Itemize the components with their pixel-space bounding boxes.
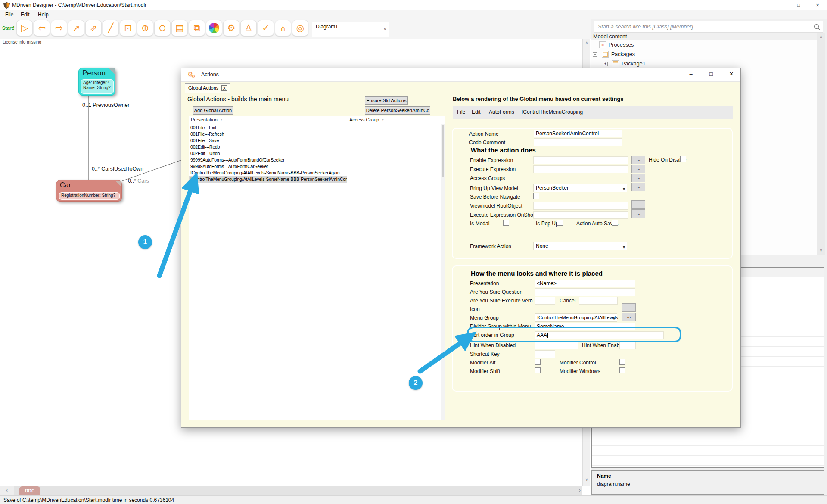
back-arrow-icon[interactable]: ⇦ (34, 20, 50, 36)
icon-ellipsis-button[interactable]: ... (622, 303, 636, 312)
execute-expression-onshow-input[interactable] (533, 211, 628, 219)
viewmodel-rootobject-input[interactable] (533, 202, 628, 210)
list-item[interactable]: 002Edit---Undo (189, 150, 347, 157)
dialog-close-button[interactable]: ✕ (725, 71, 738, 77)
are-you-sure-execute-verb-input[interactable] (535, 297, 555, 305)
enable-expression-ellipsis-button[interactable]: ... (631, 156, 645, 164)
start-button[interactable]: Start! (2, 25, 15, 31)
list-item[interactable]: 99999AutoForms---AutoFormBrandOfCarSeeke… (189, 157, 347, 163)
role-label-carsiusedtoown[interactable]: 0..* CarsIUsedToOwn (92, 166, 143, 172)
color-wheel-icon[interactable] (206, 20, 222, 36)
diagram-selector[interactable]: Diagram1 ˅ (312, 22, 389, 37)
scroll-up-icon[interactable]: ∧ (817, 34, 825, 39)
attribute-age[interactable]: Age: Integer? (81, 80, 113, 85)
zoom-out-icon[interactable]: ⊖ (154, 20, 171, 36)
window-close-button[interactable]: ✕ (808, 0, 827, 10)
prototype-run-icon[interactable]: ⧉ (189, 20, 205, 36)
viewmodel-pick-icon[interactable]: ⊡ (120, 20, 136, 36)
hint-when-disabled-input[interactable] (535, 342, 578, 349)
list-item[interactable]: 001File---Save (189, 137, 347, 144)
expand-expander-icon[interactable]: + (603, 62, 608, 66)
list-scrollbar-thumb[interactable] (442, 125, 444, 177)
modifier-alt-checkbox[interactable] (535, 359, 541, 365)
pattern-nodes-icon[interactable]: ⋔ (275, 20, 291, 36)
is-modal-checkbox[interactable] (503, 220, 509, 226)
filter-icon[interactable]: ▼ (382, 118, 384, 121)
scroll-right-icon[interactable]: › (579, 486, 581, 495)
hint-when-enabled-input[interactable] (619, 342, 636, 349)
draw-association-icon[interactable]: ⇗ (85, 20, 102, 36)
dialog-minimize-button[interactable]: – (684, 71, 697, 77)
menu-group-select[interactable]: IControlTheMenuGrouping/AtAllLevels ▾ (535, 313, 617, 322)
list-item[interactable]: 002Edit---Redo (189, 144, 347, 150)
viewmodel-rootobject-ellipsis-button[interactable]: ... (631, 200, 645, 209)
name-property-value[interactable]: diagram.name (597, 481, 630, 487)
sync-target-icon[interactable]: ◎ (292, 20, 308, 36)
zoom-in-icon[interactable]: ⊕ (137, 20, 153, 36)
list-item[interactable]: 001File---Exit (189, 124, 347, 131)
forward-arrow-icon[interactable]: ⇨ (51, 20, 67, 36)
access-user-icon[interactable]: ♙ (240, 20, 257, 36)
presentation-input[interactable]: <Name> (535, 280, 635, 287)
enable-expression-input[interactable] (533, 156, 628, 164)
modifier-control-checkbox[interactable] (619, 359, 625, 365)
menu-group-ellipsis-button[interactable]: ... (622, 313, 636, 321)
attribute-registrationnumber[interactable]: RegistrationNumber: String? (59, 193, 119, 198)
tab-close-icon[interactable]: X (221, 85, 227, 91)
delete-action-button[interactable]: Delete PersonSeekerIAmInCc (365, 106, 430, 115)
preview-menu-edit[interactable]: Edit (472, 109, 481, 115)
class-box-car[interactable]: Car RegistrationNumber: String? (56, 180, 122, 202)
is-pop-up-checkbox[interactable] (557, 220, 563, 226)
column-presentation[interactable]: Presentation (191, 117, 218, 122)
access-groups-ellipsis-button[interactable]: ... (631, 174, 645, 182)
scroll-left-icon[interactable]: ‹ (0, 486, 14, 495)
settings-gears-icon[interactable]: ⚙ (223, 20, 239, 36)
preview-menu-icontrolthemenugrouping[interactable]: IControlTheMenuGrouping (522, 109, 583, 115)
attribute-name[interactable]: Name: String? (81, 85, 113, 90)
canvas-horizontal-scrollbar[interactable]: ‹ DOC › (0, 486, 582, 495)
class-box-person[interactable]: Person Age: Integer? Name: String? (78, 68, 115, 96)
collapse-expander-icon[interactable]: − (593, 52, 597, 57)
list-scrollbar[interactable] (441, 124, 445, 420)
ensure-std-actions-button[interactable]: Ensure Std Actions (365, 96, 408, 105)
hide-on-disable-checkbox[interactable] (680, 156, 686, 162)
execute-expression-onshow-ellipsis-button[interactable]: ... (631, 209, 645, 218)
panel-vertical-scrollbar[interactable]: ∧ ∨ (817, 33, 825, 255)
column-access-group[interactable]: Access Group (349, 117, 379, 122)
cancel-verb-input[interactable] (579, 297, 618, 305)
dialog-maximize-button[interactable]: □ (705, 71, 718, 77)
execute-expression-input[interactable] (533, 165, 628, 173)
preview-menu-autoforms[interactable]: AutoForms (489, 109, 514, 115)
list-item-selected[interactable]: IControlTheMenuGrouping/AtAllLevels-Some… (189, 176, 347, 183)
modifier-shift-checkbox[interactable] (535, 367, 541, 373)
menu-edit[interactable]: Edit (21, 12, 30, 18)
bring-up-view-model-select[interactable]: PersonSeeker ▾ (533, 184, 627, 192)
doc-tab[interactable]: DOC (19, 486, 40, 495)
action-name-input[interactable]: PersonSeekerIAmInControl (534, 130, 622, 137)
modifier-windows-checkbox[interactable] (619, 367, 625, 373)
window-minimize-button[interactable]: – (770, 0, 789, 10)
framework-action-select[interactable]: None ▾ (533, 242, 627, 250)
code-comment-input[interactable] (534, 138, 622, 146)
tab-global-actions[interactable]: Global ActionsX (185, 83, 230, 93)
actions-dialog-titlebar[interactable]: ⚙ ⚙ Actions – □ ✕ (181, 68, 740, 82)
autoform-icon[interactable]: ▤ (171, 20, 188, 36)
window-maximize-button[interactable]: □ (789, 0, 808, 10)
validate-check-icon[interactable]: ✓ (258, 20, 274, 36)
list-item[interactable]: IControlTheMenuGrouping/AtAllLevels-Some… (189, 170, 347, 176)
action-auto-saves-checkbox[interactable] (612, 220, 618, 226)
shortcut-key-input[interactable] (535, 350, 555, 358)
menu-file[interactable]: File (5, 12, 13, 18)
list-item[interactable]: 99999AutoForms---AutoFormCarSeeker (189, 163, 347, 170)
dashed-line-icon[interactable]: ╱ (103, 20, 119, 36)
are-you-sure-question-input[interactable] (535, 288, 635, 296)
scroll-up-icon[interactable]: ∧ (583, 40, 591, 45)
add-global-action-button[interactable]: Add Global Action (193, 106, 233, 115)
role-label-cars[interactable]: 0..* Cars (128, 178, 149, 184)
bring-up-view-model-ellipsis-button[interactable]: ... (631, 183, 645, 191)
association-arrow-icon[interactable]: ↗ (68, 20, 84, 36)
save-before-navigate-checkbox[interactable] (533, 193, 539, 199)
preview-menu-file[interactable]: File (457, 109, 465, 115)
role-label-previousowner[interactable]: 0..1 PreviousOwner (82, 102, 130, 108)
menu-help[interactable]: Help (38, 12, 49, 18)
